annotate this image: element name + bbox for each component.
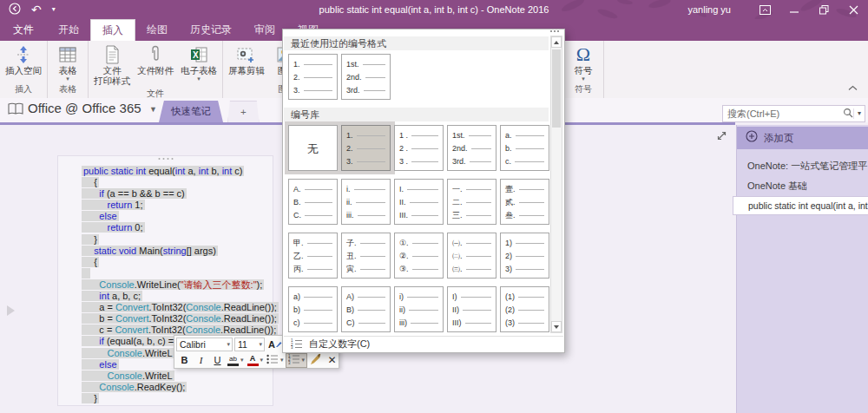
delete-button[interactable]: ✕ (324, 353, 340, 368)
paragraph-handle-icon[interactable] (7, 305, 15, 316)
code-line[interactable]: Console.WriteL (82, 370, 279, 382)
collapse-ribbon-icon[interactable] (848, 79, 858, 95)
scroll-up-icon[interactable] (551, 36, 562, 48)
dropdown-caret-icon: ▾ (280, 357, 284, 364)
custom-numbering-item[interactable]: 123 自定义数字(C) (284, 336, 563, 351)
code-line[interactable]: static void Main(string[] args) (82, 246, 279, 257)
code-line[interactable]: int a, b, c; (82, 291, 279, 302)
ribbon-button-screen-clipping[interactable]: 屏幕剪辑 (226, 43, 267, 76)
numbering-option[interactable]: a.b.c. (500, 125, 549, 171)
page-list-item[interactable]: public static int equal(int a, int (733, 196, 868, 215)
ribbon-tab-insert[interactable]: 插入 (90, 19, 135, 41)
page-list-item[interactable]: OneNote 基础 (737, 176, 868, 196)
ribbon-button-file-attachment[interactable]: 文件附件 (135, 43, 176, 76)
numbering-option[interactable]: ㈠.㈡.㈢. (447, 233, 496, 279)
format-painter-button[interactable] (307, 353, 324, 368)
scroll-down-icon[interactable] (551, 321, 562, 332)
container-move-handle[interactable] (158, 158, 173, 160)
code-line[interactable]: { (82, 177, 279, 188)
code-line[interactable]: a = Convert.ToInt32(Console.ReadLine()); (82, 302, 279, 313)
numbering-option[interactable]: A)B)C) (341, 286, 391, 332)
code-line[interactable]: { (82, 257, 279, 268)
search-scope-dropdown-icon[interactable]: ▾ (853, 108, 865, 119)
dropdown-resize-handle[interactable] (550, 30, 559, 32)
code-line[interactable]: } (82, 234, 279, 246)
ribbon-tab-file[interactable]: 文件 (0, 19, 47, 41)
notebook-title[interactable]: Office @ Office 365 (28, 101, 141, 115)
close-icon[interactable] (838, 0, 868, 19)
font-name-dropdown-icon[interactable]: ▾ (227, 341, 230, 348)
italic-button[interactable]: I (193, 353, 209, 368)
code-line[interactable]: b = Convert.ToInt32(Console.ReadLine()); (82, 313, 279, 324)
ribbon-tab-review[interactable]: 审阅 (243, 19, 286, 41)
ribbon-button-table[interactable]: 表格▾ (50, 43, 85, 82)
ribbon-display-options-icon[interactable] (750, 0, 779, 19)
section-tab-quick-notes[interactable]: 快速笔记 (159, 101, 223, 122)
code-line[interactable]: Console.WriteLine("请输入三个整数:"); (82, 279, 279, 291)
numbering-option[interactable]: 1)2)3) (500, 233, 549, 279)
ribbon-button-insert-space[interactable]: 插入空间 (3, 43, 44, 76)
underline-button[interactable]: U (209, 353, 226, 368)
expand-page-list-icon[interactable] (715, 129, 728, 146)
search-icon[interactable] (843, 106, 853, 121)
numbering-option-none[interactable]: 无 (288, 125, 338, 171)
add-page-plus-icon (746, 130, 758, 146)
ribbon-button-spreadsheet[interactable]: X电子表格▾ (178, 43, 220, 82)
code-line[interactable]: Console.ReadKey(); (82, 382, 279, 393)
back-icon[interactable] (9, 3, 21, 16)
numbering-option[interactable]: 1st.2nd.3rd. (341, 54, 391, 100)
title-bar: ↶ ▾ public static int equal(int a, int b… (0, 0, 868, 19)
numbering-option[interactable]: 子.丑.寅. (341, 233, 391, 279)
search-box[interactable]: 搜索(Ctrl+E) ▾ (722, 105, 865, 122)
page-list-item[interactable]: OneNote: 一站式笔记管理平台 (737, 156, 868, 176)
numbering-option[interactable]: a)b)c) (288, 286, 338, 332)
numbering-option[interactable]: 1.2.3. (288, 54, 338, 100)
numbering-option[interactable]: A.B.C. (288, 179, 338, 225)
numbering-option[interactable]: 1 .2 .3 . (394, 125, 444, 171)
code-line[interactable]: if (a == b && b == c) (82, 188, 279, 200)
undo-icon[interactable]: ↶ (31, 3, 42, 16)
section-tab-new-section[interactable]: + (227, 101, 260, 124)
scrollbar-thumb[interactable] (552, 49, 561, 128)
font-name-select[interactable]: Calibri ▾ (176, 338, 233, 351)
search-input[interactable]: 搜索(Ctrl+E) (723, 108, 843, 121)
file-printout-icon (104, 44, 120, 65)
signed-in-user[interactable]: yanling yu (687, 4, 731, 15)
code-line[interactable]: return 1; (82, 200, 279, 211)
numbering-option[interactable]: 1st.2nd.3rd. (447, 125, 496, 171)
font-size-dropdown-icon[interactable]: ▾ (259, 341, 262, 348)
numbering-option[interactable]: 甲.乙.丙. (288, 233, 338, 279)
notebook-dropdown-icon[interactable]: ▼ (149, 105, 157, 114)
ribbon-tab-draw[interactable]: 绘图 (135, 19, 179, 41)
numbering-option[interactable]: 壹.贰.叁. (500, 179, 549, 225)
code-line[interactable]: public static int equal(int a, int b, in… (82, 166, 279, 177)
bold-button[interactable]: B (176, 353, 193, 368)
highlight-button[interactable]: ab▾ (226, 353, 246, 368)
numbering-button[interactable]: 123▾ (286, 353, 308, 368)
ribbon-tab-history[interactable]: 历史记录 (179, 19, 243, 41)
restore-icon[interactable] (809, 0, 838, 19)
qat-dropdown-icon[interactable]: ▾ (52, 6, 56, 13)
font-color-button[interactable]: A▾ (246, 353, 266, 368)
font-size-value: 11 (238, 339, 247, 350)
numbering-option[interactable]: i.ii.iii. (341, 179, 391, 225)
numbering-option[interactable]: (1)(2)(3) (500, 286, 549, 332)
ribbon-button-file-printout[interactable]: 文件打印样式 (91, 43, 133, 87)
ribbon-tab-home[interactable]: 开始 (47, 19, 90, 41)
bullets-button[interactable]: ▾ (265, 353, 286, 368)
code-line[interactable] (82, 268, 279, 279)
numbering-option[interactable]: I.II.III. (394, 179, 444, 225)
code-line[interactable]: else (82, 211, 279, 222)
font-size-select[interactable]: 11 ▾ (234, 338, 265, 351)
numbering-option[interactable]: I)II)III) (447, 286, 496, 332)
minimize-icon[interactable] (779, 0, 809, 19)
ribbon-button-symbol[interactable]: Ω符号▾ (566, 43, 601, 82)
numbering-option[interactable]: 1.2.3. (341, 125, 391, 171)
numbering-option[interactable]: i)ii)iii) (394, 286, 444, 332)
numbering-option[interactable]: 一.二.三. (447, 179, 496, 225)
dropdown-scrollbar[interactable] (550, 36, 562, 333)
code-line[interactable]: } (82, 393, 279, 404)
numbering-option[interactable]: ①.②.③. (394, 233, 444, 279)
add-page-button[interactable]: 添加页 (737, 127, 868, 149)
code-line[interactable]: return 0; (82, 222, 279, 233)
